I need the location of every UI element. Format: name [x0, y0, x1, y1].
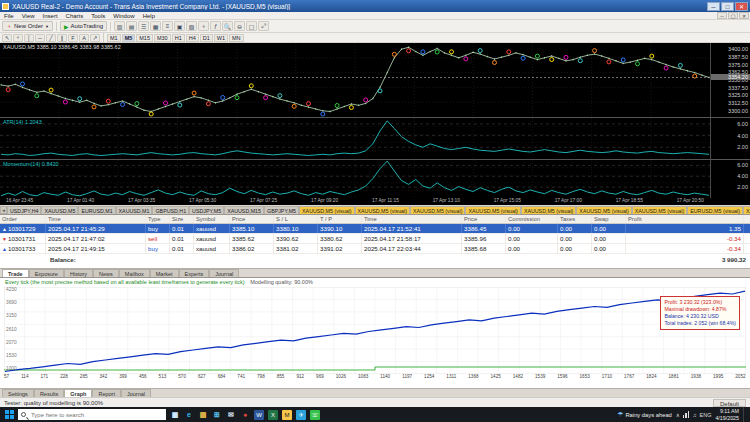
price-chart[interactable] — [0, 43, 710, 117]
column-header[interactable]: Time — [46, 215, 146, 223]
tester-tab-report[interactable]: Report — [92, 389, 121, 397]
vertical-line-icon[interactable]: │ — [24, 34, 34, 42]
chart-tab[interactable]: USDJPY,M5 — [189, 206, 224, 214]
zoom-in-icon[interactable]: 🔍 — [222, 21, 233, 31]
trendline-icon[interactable]: ╱ — [46, 34, 56, 42]
column-header[interactable]: Price — [230, 215, 274, 223]
balance-graph[interactable] — [4, 287, 746, 374]
tabs-scroll-left[interactable]: ◄ — [0, 206, 7, 214]
timeframe-w1[interactable]: W1 — [214, 34, 228, 42]
terminal-tab-history[interactable]: History — [64, 269, 93, 277]
column-header[interactable]: Swap — [592, 215, 626, 223]
chart-tab[interactable]: XAUUSD,M5 (visual) — [521, 206, 576, 214]
navigator-icon[interactable]: ≡ — [162, 21, 173, 31]
chart-tab[interactable]: XAUUSD,M5 — [41, 206, 78, 214]
telegram-icon[interactable]: ✈ — [294, 407, 308, 422]
tester-tab-results[interactable]: Results — [34, 389, 64, 397]
chart-tab[interactable]: EURUSD,M5 (visual) — [687, 206, 743, 214]
strategy-tester-icon[interactable]: ▧ — [186, 21, 197, 31]
autotrading-button[interactable]: ▶ AutoTrading — [60, 21, 107, 31]
column-header[interactable]: Taxes — [558, 215, 592, 223]
child-restore-button[interactable]: ▢ — [728, 12, 738, 19]
data-window-icon[interactable]: ▦ — [150, 21, 161, 31]
tester-tab-graph[interactable]: Graph — [64, 389, 92, 397]
chart-tab[interactable]: XAUUSD,M1 — [116, 206, 153, 214]
edge-icon[interactable]: e — [182, 407, 196, 422]
indicator2-chart[interactable] — [0, 160, 710, 198]
indicators-icon[interactable]: ƒ — [210, 21, 221, 31]
timeframe-mn[interactable]: MN — [229, 34, 244, 42]
language-indicator[interactable]: ENG — [700, 412, 712, 418]
tile-windows-icon[interactable]: ▢ — [246, 21, 257, 31]
cursor-icon[interactable]: ↖ — [2, 34, 12, 42]
search-input[interactable] — [29, 411, 149, 419]
terminal-tab-journal[interactable]: Journal — [209, 269, 239, 277]
terminal-tab-experts[interactable]: Experts — [179, 269, 210, 277]
chart-tab[interactable]: XAUUSD,M5 (visual) — [355, 206, 410, 214]
minimize-button[interactable]: ─ — [707, 2, 720, 11]
timeframe-m1[interactable]: M1 — [107, 34, 121, 42]
clock[interactable]: 9:11 AM 4/19/2025 — [715, 408, 739, 420]
new-order-button[interactable]: ＋ New Order ▼ — [2, 21, 53, 31]
timeframe-d1[interactable]: D1 — [200, 34, 213, 42]
horizontal-line-icon[interactable]: ─ — [35, 34, 45, 42]
zoom-out-icon[interactable]: ⊖ — [234, 21, 245, 31]
terminal-tab-news[interactable]: News — [93, 269, 119, 277]
taskbar-search[interactable] — [18, 409, 166, 420]
column-header[interactable]: Size — [170, 215, 194, 223]
timeframe-m15[interactable]: M15 — [136, 34, 153, 42]
text-icon[interactable]: A — [79, 34, 89, 42]
menu-tools[interactable]: Tools — [87, 13, 109, 19]
profile-selector[interactable]: Default — [713, 399, 746, 407]
start-button[interactable] — [0, 407, 18, 422]
chart-tab[interactable]: XAUUSD,M5 (visual) — [743, 206, 750, 214]
maximize-button[interactable]: □ — [721, 2, 734, 11]
whatsapp-icon[interactable]: ☏ — [308, 407, 322, 422]
chart-tab[interactable]: XAUUSD,M5 (visual) — [410, 206, 465, 214]
chart-tab[interactable]: GBPJPY,M5 — [264, 206, 299, 214]
terminal-icon[interactable]: ▣ — [174, 21, 185, 31]
excel-icon[interactable]: X — [266, 407, 280, 422]
chart-tab[interactable]: XAUUSD,M5 (visual) — [576, 206, 631, 214]
timeframe-m30[interactable]: M30 — [154, 34, 171, 42]
terminal-tab-trade[interactable]: Trade — [2, 269, 29, 277]
table-row[interactable]: ▲103017332025.04.17 21:49:15buy0.01xauus… — [0, 244, 750, 254]
mt4-icon[interactable]: M — [280, 407, 294, 422]
column-header[interactable]: T / P — [318, 215, 362, 223]
chart-tab[interactable]: XAUUSD,M5 (visual) — [465, 206, 520, 214]
table-row[interactable]: ▼103017312025.04.17 21:47:02sell0.01xauu… — [0, 234, 750, 244]
child-close-button[interactable]: ✕ — [739, 12, 749, 19]
menu-window[interactable]: Window — [109, 13, 138, 19]
notification-center-edge[interactable] — [743, 407, 747, 422]
column-header[interactable]: Price — [462, 215, 506, 223]
tester-tab-journal[interactable]: Journal — [121, 389, 151, 397]
channel-icon[interactable]: ∥ — [57, 34, 67, 42]
column-header[interactable]: S / L — [274, 215, 318, 223]
chart-tab[interactable]: EURUSD,M1 — [78, 206, 115, 214]
menu-help[interactable]: Help — [139, 13, 159, 19]
crosshair-icon[interactable]: ＋ — [13, 34, 23, 42]
chrome-icon[interactable]: ● — [238, 407, 252, 422]
terminal-tab-market[interactable]: Market — [150, 269, 179, 277]
word-icon[interactable]: W — [252, 407, 266, 422]
task-view-icon[interactable]: ▦ — [168, 407, 182, 422]
timeframe-h1[interactable]: H1 — [172, 34, 185, 42]
close-button[interactable]: ✕ — [735, 2, 748, 11]
column-header[interactable]: Symbol — [194, 215, 230, 223]
timeframe-h4[interactable]: H4 — [186, 34, 199, 42]
chart-tab[interactable]: XAUUSD,M5 (visual) — [299, 206, 354, 214]
terminal-tab-exposure[interactable]: Exposure — [29, 269, 64, 277]
network-icon[interactable] — [683, 411, 690, 418]
volume-icon[interactable]: ♫ — [692, 412, 696, 418]
weather-widget[interactable]: ☂ Rainy days ahead — [617, 411, 672, 419]
timeframe-m5[interactable]: M5 — [122, 34, 136, 42]
chart-tab[interactable]: GBPUSD,H1 — [152, 206, 189, 214]
child-minimize-button[interactable]: ─ — [717, 12, 727, 19]
profiles-icon[interactable]: ▤ — [126, 21, 137, 31]
column-header[interactable]: Profit — [626, 215, 744, 223]
menu-insert[interactable]: Insert — [39, 13, 62, 19]
chart-tab[interactable]: XAUUSD,M15 — [224, 206, 264, 214]
arrow-tools-icon[interactable]: ↗ — [90, 34, 100, 42]
tray-expand-icon[interactable]: ∧ — [676, 412, 680, 418]
terminal-tab-mailbox[interactable]: Mailbox — [119, 269, 150, 277]
